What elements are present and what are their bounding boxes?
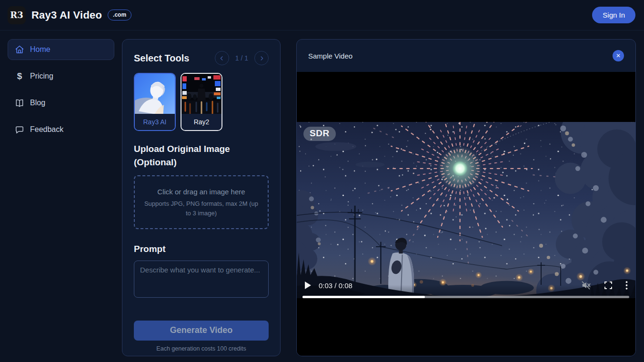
close-button[interactable]: ✕ <box>613 50 624 61</box>
prompt-label: Prompt <box>134 242 269 256</box>
sign-in-button[interactable]: Sign In <box>592 7 635 23</box>
sidebar-item-label: Feedback <box>30 125 63 134</box>
seekbar[interactable] <box>302 296 629 298</box>
chat-icon <box>15 125 24 134</box>
sidebar-item-label: Home <box>30 45 50 54</box>
video-controls: 0:03 / 0:08 <box>297 278 635 293</box>
time-display: 0:03 / 0:08 <box>319 282 352 290</box>
chevron-right-icon <box>259 55 265 61</box>
sidebar-item-feedback[interactable]: Feedback <box>8 119 114 140</box>
upload-heading: Upload Original Image (Optional) <box>134 142 269 169</box>
sidebar-item-label: Blog <box>30 99 45 107</box>
sidebar-item-pricing[interactable]: $ Pricing <box>8 66 114 87</box>
play-button[interactable] <box>304 282 311 289</box>
kebab-icon <box>625 281 628 290</box>
sdr-badge: SDR <box>303 127 336 141</box>
pager-status: 1 / 1 <box>235 54 248 62</box>
tools-panel: Select Tools 1 / 1 <box>122 39 281 356</box>
tool-thumb-ray3-statue <box>135 74 175 114</box>
fullscreen-icon <box>604 282 612 289</box>
chevron-left-icon <box>219 55 225 61</box>
play-icon <box>304 282 311 289</box>
tool-card-label: Ray3 AI <box>135 114 175 130</box>
book-icon <box>15 98 24 108</box>
video-frame <box>297 122 635 298</box>
tools-pager: 1 / 1 <box>215 51 269 65</box>
overflow-menu-button[interactable] <box>625 281 628 290</box>
tool-card-ray3[interactable]: Ray3 AI <box>134 73 176 131</box>
close-icon: ✕ <box>616 53 621 59</box>
home-icon <box>15 45 24 54</box>
video-panel-title: Sample Video <box>308 52 352 60</box>
seekbar-fill <box>302 296 425 298</box>
tool-thumb-ray2-city <box>181 74 221 114</box>
video-panel: Sample Video ✕ <box>296 39 636 356</box>
app-header: R3 Ray3 AI Video .com Sign In <box>0 0 644 30</box>
dropzone-line2: Supports JPG, PNG formats, max 2M (up to… <box>141 199 262 218</box>
fullscreen-button[interactable] <box>604 282 612 289</box>
dollar-icon: $ <box>15 71 24 81</box>
mute-button[interactable] <box>581 281 591 290</box>
muted-speaker-icon <box>581 281 591 290</box>
sidebar-item-blog[interactable]: Blog <box>8 92 114 113</box>
app-logo: R3 <box>8 6 26 24</box>
pager-prev-button[interactable] <box>215 51 229 65</box>
app-title: Ray3 AI Video <box>31 9 102 21</box>
pager-next-button[interactable] <box>254 51 269 65</box>
domain-badge: .com <box>108 10 131 20</box>
select-tools-title: Select Tools <box>134 53 189 64</box>
credits-note: Each generation costs 100 credits <box>134 345 269 352</box>
sidebar-item-label: Pricing <box>30 72 53 80</box>
tool-card-label: Ray2 <box>181 114 221 130</box>
tool-card-ray2[interactable]: Ray2 <box>181 73 222 131</box>
upload-dropzone[interactable]: Click or drag an image here Supports JPG… <box>134 175 269 229</box>
prompt-textarea[interactable] <box>134 261 269 298</box>
generate-button[interactable]: Generate Video <box>134 321 269 341</box>
brand: R3 Ray3 AI Video .com <box>8 6 131 24</box>
dropzone-line1: Click or drag an image here <box>140 188 263 196</box>
sidebar-item-home[interactable]: Home <box>8 39 114 60</box>
video-player[interactable]: SDR 0:03 / 0:08 <box>297 72 635 356</box>
sidebar: Home $ Pricing Blog Feedback <box>0 30 122 362</box>
